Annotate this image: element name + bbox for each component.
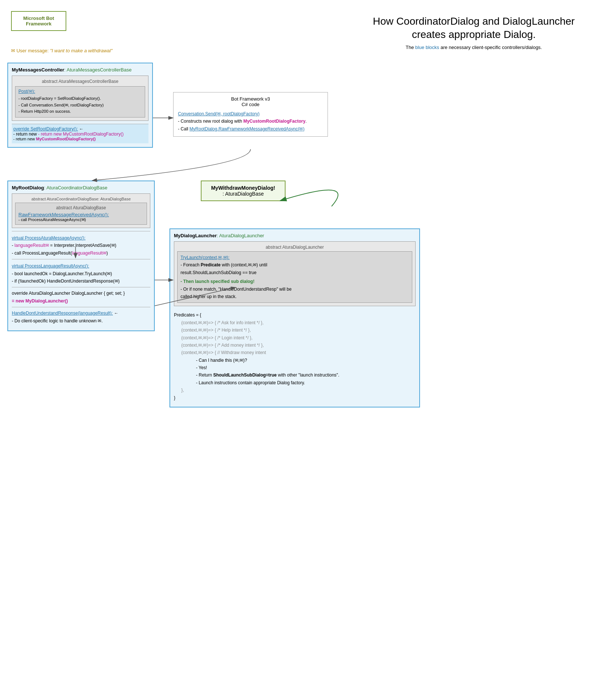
process-message-section: virtual ProcessAturaMessageAsync(): - la… — [12, 231, 150, 257]
msbot-framework-box: Microsoft Bot Framework — [11, 11, 66, 31]
raw-method-link[interactable]: RawFrameworkMessageReceivedAsync(): — [18, 212, 109, 217]
messages-controller-title: MyMessagesController: AturaMessagesContr… — [12, 67, 148, 73]
page-title: How CoordinatorDialog and DialogLauncher… — [363, 15, 584, 42]
dialog-launcher-box: MyDialogLauncher: AturaDialogLauncher ab… — [169, 228, 420, 407]
handle-dont-understand-section: HandleDontUnderstandResponse(languageRes… — [12, 307, 150, 327]
post-method-box: Post(✉): - rootDialogFactory = SetRootDi… — [15, 86, 145, 118]
messages-controller-box: MyMessagesController: AturaMessagesContr… — [7, 63, 153, 148]
root-dialog-box: MyRootDialog: AturaCoordinatorDialogBase… — [7, 181, 155, 331]
withdraw-dialog-box: MyWithdrawMoneyDialog! : AturaDialogBase — [201, 181, 286, 201]
override-link[interactable]: override SetRootDialogFactory(): — [13, 126, 78, 132]
envelope-icon — [11, 48, 15, 53]
user-message: User message: "I want to make a withdraw… — [11, 48, 112, 53]
post-method-link[interactable]: Post(✉): — [18, 89, 35, 94]
page-subtitle: The blue blocks are necessary client-spe… — [363, 45, 584, 50]
try-launch-link[interactable]: TryLaunch(context,✉,✉): — [181, 255, 230, 260]
post-method-body: - rootDialogFactory = SetRootDialogFacto… — [18, 95, 142, 115]
conversation-send-link[interactable]: Conversation.Send(✉, rootDialogFactory) — [178, 111, 259, 116]
abstract-messages-controller: abstract AturaMessagesControllerBase Pos… — [12, 76, 148, 121]
bot-framework-box: Bot Framework v3 C# code Conversation.Se… — [173, 92, 328, 137]
abstract-coordinator-box: abstract AturaCoordinatorDialogBase: Atu… — [12, 193, 150, 228]
page-title-container: How CoordinatorDialog and DialogLauncher… — [363, 15, 584, 50]
predicates-section: Predicates = { (context,✉,✉)=> { /* Ask … — [174, 310, 416, 403]
abstract-dialog-launcher: abstract AturaDialogLauncher TryLaunch(c… — [174, 241, 416, 306]
process-lang-section: virtual ProcessLanguageResultAsync(): - … — [12, 259, 150, 285]
my-root-dialog-link[interactable]: MyRootDialog.RawFrameworkMessageReceived… — [189, 126, 304, 132]
process-method-link[interactable]: virtual ProcessAturaMessageAsync(): — [12, 235, 85, 241]
handle-link[interactable]: HandleDontUnderstandResponse(languageRes… — [12, 311, 113, 316]
dialog-launcher-override: override AturaDialogLauncher DialogLaunc… — [12, 287, 150, 307]
try-launch-box: TryLaunch(context,✉,✉): - Foreach Predic… — [177, 251, 412, 303]
msbot-label: Microsoft Bot Framework — [23, 15, 54, 27]
process-lang-link[interactable]: virtual ProcessLanguageResultAsync(): — [12, 263, 89, 269]
abstract-dialog-base: abstract AturaDialogBase RawFrameworkMes… — [15, 203, 147, 225]
override-section: override SetRootDialogFactory(): ← - ret… — [12, 124, 148, 143]
